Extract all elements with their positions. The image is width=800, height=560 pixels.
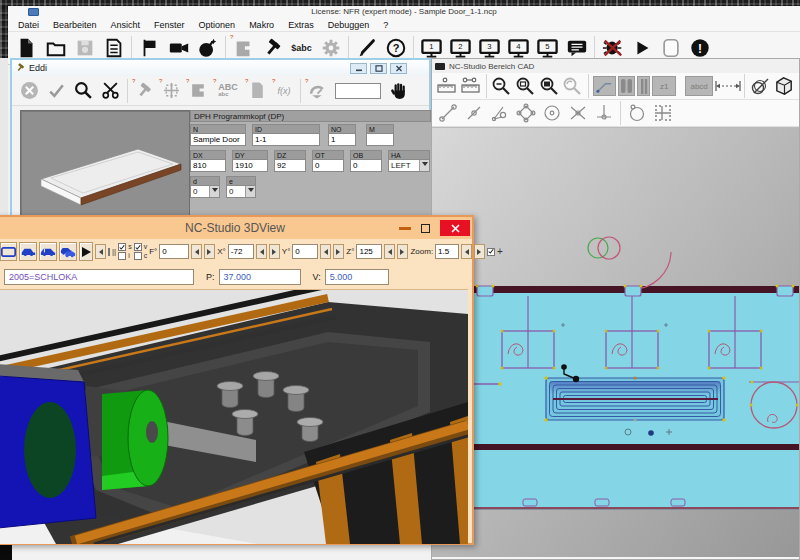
- pause-bars-button[interactable]: [637, 76, 650, 96]
- text-case-icon[interactable]: ? ABC abc: [212, 78, 244, 104]
- draw-circle-center-icon[interactable]: [539, 101, 565, 125]
- dimension-icon[interactable]: [714, 74, 741, 98]
- f-decrease-button[interactable]: [191, 244, 202, 259]
- field-input-m[interactable]: [366, 133, 394, 146]
- option-checkbox-2[interactable]: [487, 248, 495, 256]
- menu-makro[interactable]: Makro: [249, 20, 274, 30]
- measure-distance-icon[interactable]: [459, 74, 483, 98]
- menu-optionen[interactable]: Optionen: [199, 20, 236, 30]
- text-labels-button[interactable]: abcd: [685, 76, 713, 96]
- function-icon[interactable]: ? f(x): [271, 78, 297, 104]
- draw-polygon-icon[interactable]: [513, 101, 539, 125]
- x-angle-input[interactable]: [228, 244, 254, 259]
- search-icon[interactable]: [70, 78, 97, 104]
- y-increase-button[interactable]: [333, 244, 344, 259]
- field-input-dy[interactable]: [232, 159, 268, 172]
- eddi-close-button[interactable]: [390, 63, 407, 74]
- eddi-maximize-button[interactable]: [370, 63, 387, 74]
- eddi-quick-input[interactable]: [335, 83, 381, 99]
- menu-extras[interactable]: Extras: [288, 20, 314, 30]
- zoom-window-icon[interactable]: [513, 74, 537, 98]
- field-input-ob[interactable]: [350, 159, 382, 172]
- p-value-field[interactable]: 37.000: [219, 269, 301, 285]
- checkbox-group-si: [118, 243, 126, 260]
- menu-bearbeiten[interactable]: Bearbeiten: [53, 20, 97, 30]
- draw-angle-icon[interactable]: [487, 101, 513, 125]
- x-increase-button[interactable]: [269, 244, 280, 259]
- polyline-mode-button[interactable]: [593, 76, 616, 96]
- measure-icon[interactable]: [435, 74, 459, 98]
- field-input-no[interactable]: [328, 133, 356, 146]
- z-angle-input[interactable]: [356, 244, 382, 259]
- menu-datei[interactable]: Datei: [18, 20, 39, 30]
- door-3d-preview[interactable]: [20, 110, 190, 225]
- view-3d-box-icon[interactable]: [772, 73, 796, 99]
- view-side-car-icon[interactable]: [39, 242, 57, 261]
- view-iso-icon[interactable]: [0, 242, 17, 261]
- columns-button[interactable]: [618, 76, 636, 96]
- spiral-pocket[interactable]: [544, 376, 726, 422]
- zoom-previous-icon[interactable]: [561, 74, 585, 98]
- zoom-input[interactable]: [435, 244, 459, 259]
- zoom-decrease-button[interactable]: [461, 244, 472, 259]
- array-grid-icon[interactable]: [650, 101, 676, 125]
- menu-help[interactable]: ?: [383, 20, 388, 30]
- z-decrease-button[interactable]: [384, 244, 395, 259]
- zoom-increase-button[interactable]: [474, 244, 485, 259]
- x-decrease-button[interactable]: [256, 244, 267, 259]
- view3d-minimize-button[interactable]: [399, 227, 411, 230]
- zoom-extents-icon[interactable]: [537, 74, 561, 98]
- zoom-label: Zoom:: [410, 247, 433, 256]
- field-input-n[interactable]: [190, 133, 246, 146]
- checkbox-i[interactable]: [118, 252, 126, 260]
- step-back-button[interactable]: [95, 244, 106, 259]
- draw-perpendicular-icon[interactable]: [591, 101, 617, 125]
- field-input-dx[interactable]: [190, 159, 226, 172]
- circle-tangent-icon[interactable]: [748, 74, 772, 98]
- menu-fenster[interactable]: Fenster: [154, 20, 185, 30]
- confirm-check-icon[interactable]: [43, 78, 70, 104]
- draw-line-midpoint-icon[interactable]: [461, 101, 487, 125]
- e-dropdown[interactable]: 0: [226, 185, 256, 198]
- checkbox-s[interactable]: [118, 243, 126, 251]
- tools-hammer-icon[interactable]: ?: [131, 78, 158, 104]
- cancel-circle-icon[interactable]: [16, 78, 43, 104]
- option-checkbox-1[interactable]: [108, 248, 110, 256]
- view-front-car-icon[interactable]: [19, 242, 37, 261]
- page-icon[interactable]: ?: [244, 78, 271, 104]
- scissors-icon[interactable]: [97, 78, 124, 104]
- cad-drawing-area[interactable]: [432, 127, 799, 557]
- view-multi-car-icon[interactable]: [59, 242, 77, 261]
- gauge-icon[interactable]: ?: [304, 78, 331, 104]
- grid-setup-icon[interactable]: ?: [158, 78, 185, 104]
- view3d-maximize-button[interactable]: [421, 224, 430, 233]
- v-value-field[interactable]: 5.000: [325, 269, 389, 285]
- y-decrease-button[interactable]: [320, 244, 331, 259]
- f-angle-input[interactable]: [159, 244, 189, 259]
- field-input-dz[interactable]: [274, 159, 306, 172]
- draw-segment-icon[interactable]: [435, 101, 461, 125]
- pan-hand-icon[interactable]: [385, 78, 412, 104]
- view3d-viewport[interactable]: [0, 289, 468, 543]
- rotate-point-icon[interactable]: [624, 101, 650, 125]
- view3d-close-button[interactable]: [440, 220, 470, 236]
- draw-intersection-icon[interactable]: [565, 101, 591, 125]
- zoom-out-icon[interactable]: [490, 74, 514, 98]
- module-block-icon[interactable]: ?: [185, 78, 212, 104]
- y-angle-input[interactable]: [292, 244, 318, 259]
- z-increase-button[interactable]: [397, 244, 408, 259]
- ha-dropdown[interactable]: LEFT: [388, 159, 430, 172]
- z1-layer-button[interactable]: z1: [652, 76, 676, 96]
- toolbar-separator: [413, 36, 414, 60]
- checkbox-c[interactable]: [134, 252, 142, 260]
- checkbox-v[interactable]: [134, 243, 142, 251]
- f-increase-button[interactable]: [204, 244, 215, 259]
- menu-debuggen[interactable]: Debuggen: [328, 20, 370, 30]
- field-input-ot[interactable]: [312, 159, 344, 172]
- field-input-id[interactable]: [252, 133, 320, 146]
- program-line-field[interactable]: 2005=SCHLOKA: [4, 269, 194, 285]
- play-simulation-button[interactable]: [79, 242, 93, 261]
- d-dropdown[interactable]: 0: [190, 185, 220, 198]
- menu-ansicht[interactable]: Ansicht: [111, 20, 141, 30]
- eddi-minimize-button[interactable]: [350, 63, 367, 74]
